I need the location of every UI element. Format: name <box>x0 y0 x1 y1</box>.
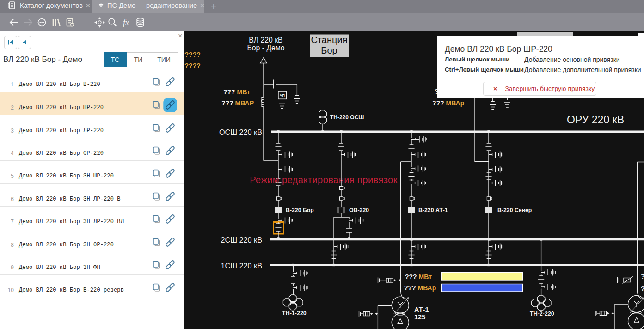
svg-text:В-220 Север: В-220 Север <box>497 207 532 213</box>
svg-text:2СШ 220 кВ: 2СШ 220 кВ <box>221 236 262 244</box>
svg-text:??? МВт: ??? МВт <box>405 273 432 280</box>
svg-text:125: 125 <box>414 313 425 321</box>
svg-text:В-220 АТ-1: В-220 АТ-1 <box>418 207 448 213</box>
svg-text:??? МВАР: ??? МВАР <box>221 99 254 107</box>
svg-text:Бор: Бор <box>321 45 337 55</box>
svg-text:АТ-1: АТ-1 <box>414 306 429 313</box>
svg-text:1СШ 220 кВ: 1СШ 220 кВ <box>221 262 262 270</box>
svg-text:???: ??? <box>641 273 644 280</box>
svg-text:?????: ????? <box>184 51 201 58</box>
svg-text:ТН-1-220: ТН-1-220 <box>282 310 307 317</box>
svg-text:ОВ-220: ОВ-220 <box>349 207 369 213</box>
svg-text:ОСШ 220 кВ: ОСШ 220 кВ <box>219 128 262 136</box>
svg-text:Бор - Демо: Бор - Демо <box>247 44 284 52</box>
svg-text:ТН-2-220: ТН-2-220 <box>530 311 554 317</box>
svg-text:ОРУ 220 кВ: ОРУ 220 кВ <box>567 114 624 126</box>
svg-text:ТН-220 ОСШ: ТН-220 ОСШ <box>330 114 364 121</box>
svg-text:fx: fx <box>123 18 129 27</box>
svg-text:??? МВАр: ??? МВАр <box>404 284 436 292</box>
svg-text:В-220 Бор: В-220 Бор <box>286 207 314 213</box>
svg-text:?????: ????? <box>184 62 201 69</box>
svg-text:ВЛ 220 кВ: ВЛ 220 кВ <box>249 36 282 44</box>
svg-text:Режим редактирования привязок: Режим редактирования привязок <box>250 175 398 185</box>
svg-text:???: ??? <box>641 285 644 292</box>
svg-text:??? МВт: ??? МВт <box>223 88 250 96</box>
svg-text:ЧП: ЧП <box>280 93 285 97</box>
svg-text:??? МВАр: ??? МВАр <box>432 99 464 107</box>
svg-text:Станция: Станция <box>311 35 347 45</box>
